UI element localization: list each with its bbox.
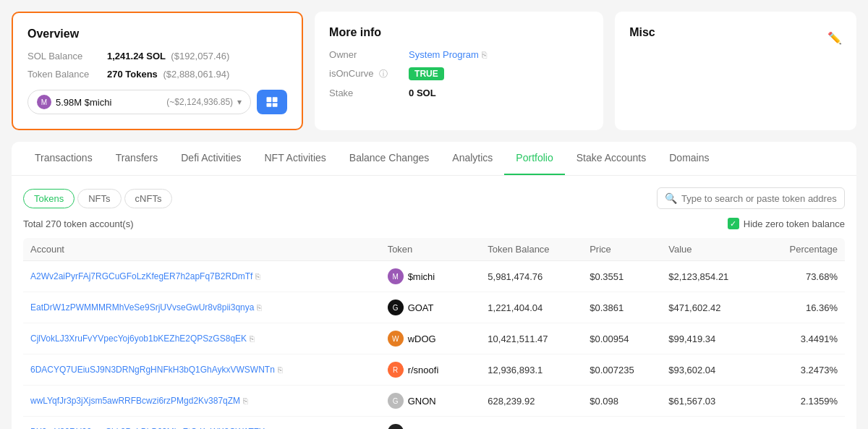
token-cell: W wDOG bbox=[380, 323, 481, 354]
tab-nft[interactable]: NFT Activities bbox=[252, 142, 337, 175]
value-cell: $2,123,854.21 bbox=[661, 261, 761, 292]
total-accounts-label: Total 270 token account(s) bbox=[23, 218, 133, 229]
token-name: r/snoofi bbox=[408, 365, 439, 375]
token-balance-cell: 1,221,404.04 bbox=[480, 292, 582, 323]
token-icon: M bbox=[388, 268, 404, 284]
copy-icon[interactable]: ⎘ bbox=[482, 50, 487, 60]
token-icon: G bbox=[388, 393, 404, 409]
misc-card: Misc ✏️ bbox=[615, 12, 856, 130]
account-link[interactable]: EatDrW1zPWMMMRMhVeSe9SrjUVvseGwUr8v8pii3… bbox=[30, 302, 373, 313]
tab-balance[interactable]: Balance Changes bbox=[338, 142, 441, 175]
portfolio-table: Account Token Token Balance Price Value … bbox=[23, 238, 845, 429]
token-icon: W bbox=[388, 331, 404, 347]
tab-pill-tokens[interactable]: Tokens bbox=[23, 189, 75, 208]
stake-value: 0 SOL bbox=[409, 88, 436, 98]
account-link[interactable]: CjlVokLJ3XruFvYVpecYoj6yob1bKEZhE2QPSzGS… bbox=[30, 334, 373, 344]
price-cell: $0.098 bbox=[582, 386, 661, 417]
portfolio-view-button[interactable] bbox=[257, 90, 287, 114]
account-cell: A2Wv2aiPyrFAj7RGCuGFoLzKfegER7h2apFq7B2R… bbox=[23, 261, 380, 292]
token-cell: G GNON bbox=[380, 386, 481, 417]
tab-transfers[interactable]: Transfers bbox=[104, 142, 170, 175]
tab-defi[interactable]: Defi Activities bbox=[169, 142, 252, 175]
token-icon: M bbox=[388, 424, 404, 429]
token-name: $michi bbox=[408, 271, 435, 282]
tab-pill-nfts[interactable]: NFTs bbox=[77, 189, 121, 208]
token-name: GNON bbox=[408, 396, 436, 407]
token-cell: M MEDUSA bbox=[380, 417, 481, 430]
token-balance-cell: 5,981,474.76 bbox=[480, 261, 582, 292]
search-box[interactable]: 🔍 bbox=[657, 187, 845, 209]
table-row: 6DACYQ7UEiuSJ9N3DRNgRgHNFkH3bQ1GhAykxVWS… bbox=[23, 354, 845, 386]
price-cell: $0.006088 bbox=[582, 417, 661, 430]
summary-row: Total 270 token account(s) Hide zero tok… bbox=[23, 218, 845, 229]
tab-pill-cnfts[interactable]: cNFTs bbox=[124, 189, 173, 208]
table-row: wwLYqfJr3p3jXjsm5awRRFBcwzi6rzPMgd2Kv387… bbox=[23, 386, 845, 417]
owner-label: Owner bbox=[329, 49, 409, 60]
token-pill-sub: (~$2,124,936.85) bbox=[166, 97, 233, 107]
token-selector-pill[interactable]: M 5.98M $michi (~$2,124,936.85) ▾ bbox=[27, 90, 251, 114]
percentage-cell: 3.4491% bbox=[761, 323, 845, 354]
price-cell: $0.3551 bbox=[582, 261, 661, 292]
search-input[interactable] bbox=[681, 193, 837, 204]
value-cell: $61,567.03 bbox=[661, 386, 761, 417]
token-name: MEDUSA bbox=[408, 427, 448, 430]
copy-icon[interactable]: ⎘ bbox=[243, 396, 248, 405]
tab-portfolio[interactable]: Portfolio bbox=[504, 142, 564, 175]
copy-icon[interactable]: ⎘ bbox=[250, 334, 255, 343]
misc-header: Misc ✏️ bbox=[629, 26, 842, 49]
copy-icon[interactable]: ⎘ bbox=[255, 272, 260, 281]
value-cell: $93,602.04 bbox=[661, 354, 761, 386]
value-cell: $99,419.34 bbox=[661, 323, 761, 354]
edit-icon[interactable]: ✏️ bbox=[827, 31, 842, 45]
svg-rect-2 bbox=[267, 103, 272, 107]
more-info-card: More info Owner System Program ⎘ isOnCur… bbox=[315, 12, 603, 130]
account-link[interactable]: wwLYqfJr3p3jXjsm5awRRFBcwzi6rzPMgd2Kv387… bbox=[30, 396, 373, 406]
more-info-title: More info bbox=[329, 26, 589, 39]
value-cell: $12,808.34 bbox=[661, 417, 761, 430]
token-icon: G bbox=[388, 300, 404, 315]
portfolio-toolbar: Tokens NFTs cNFTs 🔍 bbox=[23, 187, 845, 209]
svg-rect-1 bbox=[273, 97, 278, 102]
sol-balance-value: 1,241.24 SOL ($192,057.46) bbox=[107, 51, 229, 61]
portfolio-icon bbox=[265, 95, 278, 109]
price-cell: $0.00954 bbox=[582, 323, 661, 354]
token-cell: M $michi bbox=[380, 261, 481, 292]
percentage-cell: 73.68% bbox=[761, 261, 845, 292]
percentage-cell: 2.1359% bbox=[761, 386, 845, 417]
info-icon: ⓘ bbox=[379, 69, 388, 79]
percentage-cell: 16.36% bbox=[761, 292, 845, 323]
col-value: Value bbox=[661, 238, 761, 261]
isoncurve-badge: TRUE bbox=[409, 67, 444, 80]
copy-icon[interactable]: ⎘ bbox=[278, 365, 283, 374]
isoncurve-label: isOnCurve ⓘ bbox=[329, 68, 409, 80]
col-percentage: Percentage bbox=[761, 238, 845, 261]
tab-transactions[interactable]: Transactions bbox=[23, 142, 104, 175]
sol-balance-label: SOL Balance bbox=[27, 51, 107, 61]
percentage-cell: 3.2473% bbox=[761, 354, 845, 386]
copy-icon[interactable]: ⎘ bbox=[257, 303, 262, 312]
value-cell: $471,602.42 bbox=[661, 292, 761, 323]
token-name: GOAT bbox=[408, 302, 434, 313]
account-link[interactable]: 6DACYQ7UEiuSJ9N3DRNgRgHNFkH3bQ1GhAykxVWS… bbox=[30, 365, 373, 375]
search-icon: 🔍 bbox=[665, 192, 677, 204]
token-type-tabs: Tokens NFTs cNFTs bbox=[23, 189, 172, 208]
hide-zero-checkbox[interactable] bbox=[728, 218, 739, 229]
account-cell: wwLYqfJr3p3jXjsm5awRRFBcwzi6rzPMgd2Kv387… bbox=[23, 386, 380, 417]
tab-domains[interactable]: Domains bbox=[658, 142, 720, 175]
table-row: A2Wv2aiPyrFAj7RGCuGFoLzKfegER7h2apFq7B2R… bbox=[23, 261, 845, 292]
col-price: Price bbox=[582, 238, 661, 261]
chevron-down-icon: ▾ bbox=[237, 97, 242, 107]
token-icon: R bbox=[388, 362, 404, 378]
account-link[interactable]: A2Wv2aiPyrFAj7RGCuGFoLzKfegER7h2apFq7B2R… bbox=[30, 271, 373, 281]
token-cell: G GOAT bbox=[380, 292, 481, 323]
token-balance-cell: 12,936,893.1 bbox=[480, 354, 582, 386]
token-balance-cell: 2,103,754.29 bbox=[480, 417, 582, 430]
tab-analytics[interactable]: Analytics bbox=[441, 142, 504, 175]
token-name: wDOG bbox=[408, 334, 436, 344]
tab-stake[interactable]: Stake Accounts bbox=[565, 142, 658, 175]
misc-title: Misc bbox=[629, 26, 655, 39]
token-balance-value: 270 Tokens ($2,888,061.94) bbox=[107, 69, 229, 80]
hide-zero-toggle[interactable]: Hide zero token balance bbox=[728, 218, 845, 229]
owner-value[interactable]: System Program ⎘ bbox=[409, 49, 487, 60]
col-account: Account bbox=[23, 238, 380, 261]
